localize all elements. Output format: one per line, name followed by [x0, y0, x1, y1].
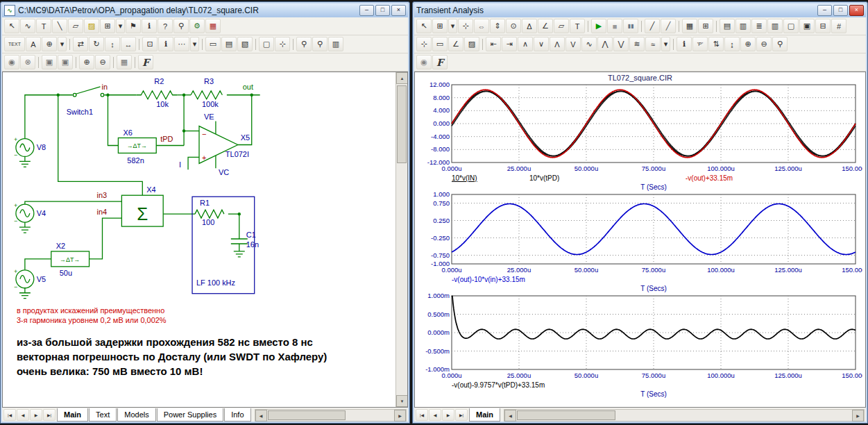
vertical-scrollbar[interactable]: ▲ ▼ [395, 72, 407, 407]
restore-button[interactable]: □ [833, 5, 848, 16]
v-scroll-thumb[interactable] [397, 85, 407, 163]
v5-label[interactable]: V5 [37, 275, 46, 283]
scroll-left-icon[interactable]: ◀ [504, 410, 516, 422]
probe-label-icon[interactable]: 'P' [692, 37, 708, 51]
clip-mode-icon[interactable]: ▧ [237, 37, 253, 51]
tab-power-supplies[interactable]: Power Supplies [157, 408, 223, 422]
pan-icon[interactable]: ⊹ [275, 37, 290, 51]
tag-point-icon[interactable]: ⊙ [506, 19, 521, 33]
plot-client-area[interactable]: TL072_square.CIR12.0008.0004.0000.000-4.… [414, 72, 866, 408]
restore-button[interactable]: □ [375, 5, 390, 16]
legend-expression[interactable]: -v(out)-10*v(in)+33.15m [452, 276, 525, 283]
abort-icon[interactable]: ⊗ [20, 55, 35, 69]
tab-prev-icon[interactable]: ◀ [429, 409, 441, 421]
tab-models[interactable]: Models [117, 408, 155, 422]
copy-page-icon[interactable]: ▣ [58, 55, 73, 69]
x5-label[interactable]: X5 [241, 134, 250, 142]
low-icon[interactable]: V [565, 37, 581, 51]
legend-expression[interactable]: 10*v(IN) [452, 174, 477, 182]
scale-tool-icon[interactable]: ∠ [448, 37, 463, 51]
select-mode-icon[interactable]: ↖ [416, 19, 432, 33]
mirror-icon[interactable]: ⇄ [73, 37, 88, 51]
flag-mode-icon[interactable]: ⚑ [126, 19, 141, 33]
annotation-bold-line1[interactable]: из-за большой задержки прохождения 582 н… [17, 336, 313, 348]
font-icon[interactable]: F [432, 55, 448, 69]
source-v8[interactable] [16, 139, 34, 157]
add-trace-icon[interactable]: ╱ [661, 19, 676, 33]
zoom-region-icon[interactable]: ▭ [432, 37, 448, 51]
tab-first-icon[interactable]: |◀ [416, 409, 428, 421]
scroll-right-icon[interactable]: ▶ [852, 410, 864, 422]
peak-icon[interactable]: ∧ [518, 37, 533, 51]
node-in-label[interactable]: in [101, 83, 108, 91]
v4-label[interactable]: V4 [37, 209, 46, 217]
info-icon[interactable]: ℹ [158, 37, 173, 51]
minimize-button[interactable]: – [817, 5, 832, 16]
node-in3-label[interactable]: in3 [97, 191, 108, 199]
tab-prev-icon[interactable]: ◀ [17, 409, 29, 421]
panel-stack-icon[interactable]: ▤ [720, 19, 735, 33]
summer-x4[interactable]: Σ [121, 195, 163, 226]
annotation-red-line1[interactable]: в продуктах искажений преимущественно [17, 306, 164, 315]
x2-label[interactable]: X2 [56, 242, 65, 250]
normalize-icon[interactable]: ↨ [724, 37, 740, 51]
flip-vertical-icon[interactable]: ↕ [105, 37, 120, 51]
node-tpd-label[interactable]: tPD [160, 135, 173, 144]
panel-blank-icon[interactable]: ▢ [783, 19, 799, 33]
wire[interactable] [25, 259, 51, 270]
h-scroll-track[interactable] [516, 410, 852, 421]
panel-horizontal-icon[interactable]: ▥ [735, 19, 751, 33]
legend-expression[interactable]: -v(out)-9.9757*v(tPD)+33.15m [452, 381, 545, 389]
scroll-down-icon[interactable]: ▼ [396, 395, 408, 407]
stop-icon[interactable]: ■ [607, 19, 622, 33]
inflection-icon[interactable]: ∿ [581, 37, 597, 51]
source-v5[interactable] [16, 270, 34, 288]
c1-value[interactable]: 16n [246, 240, 259, 249]
text-tool-icon[interactable]: T [570, 19, 585, 33]
switch1-label[interactable]: Switch1 [67, 108, 93, 116]
r2-value[interactable]: 10k [156, 100, 169, 108]
line-mode-icon[interactable]: ╲ [52, 19, 67, 33]
component-mode-icon[interactable]: ⊞ [100, 19, 115, 33]
find-icon[interactable]: ⚲ [296, 37, 312, 51]
tab-info[interactable]: Info [224, 408, 250, 422]
mode-dropdown-icon[interactable]: ▾ [58, 37, 67, 51]
text-mode-icon[interactable]: T [36, 19, 51, 33]
wire[interactable] [108, 95, 118, 146]
analysis-window-icon[interactable]: ▦ [205, 19, 221, 33]
v-scroll-track[interactable] [396, 84, 407, 395]
grid-multi-icon[interactable]: ⊞ [698, 19, 713, 33]
r3-value[interactable]: 100k [202, 100, 219, 108]
r1-label[interactable]: R1 [200, 199, 210, 207]
c1-label[interactable]: C1 [246, 231, 256, 239]
close-button[interactable]: × [391, 5, 406, 16]
legend-expression[interactable]: -v(out)+33.15m [686, 174, 733, 182]
pause-icon[interactable]: ▮▮ [623, 19, 638, 33]
global-high-icon[interactable]: ⋀ [597, 37, 613, 51]
axes-icon[interactable]: # [831, 19, 846, 33]
horizontal-scrollbar[interactable]: ◀ ▶ [255, 409, 407, 422]
schematic[interactable]: + − + − + − →ΔT→ →ΔT→ [3, 72, 395, 408]
grid-single-icon[interactable]: ▦ [682, 19, 697, 33]
grid-dots-icon[interactable]: ⋯ [174, 37, 189, 51]
page-setup-icon[interactable]: ▦ [117, 55, 132, 69]
h-scroll-thumb[interactable] [268, 410, 346, 420]
panel-list-icon[interactable]: ≣ [751, 19, 767, 33]
tab-next-icon[interactable]: ▶ [442, 409, 454, 421]
tab-last-icon[interactable]: ▶| [43, 409, 56, 421]
scroll-left-icon[interactable]: ◀ [255, 410, 267, 422]
animate-dropdown-icon[interactable]: ▾ [661, 37, 670, 51]
h-scroll-track[interactable] [267, 410, 394, 421]
state-variables-icon[interactable]: ◉ [416, 55, 432, 69]
graphics-mode-icon[interactable]: ▱ [68, 19, 83, 33]
cursor-left-icon[interactable]: ⇤ [486, 37, 501, 51]
source-v4[interactable] [16, 204, 34, 222]
x6-value[interactable]: 582n [127, 156, 144, 165]
x2-value[interactable]: 50u [60, 269, 72, 277]
help-mode-icon[interactable]: ? [158, 19, 173, 33]
envelope-icon[interactable]: ≋ [629, 37, 645, 51]
wire[interactable] [188, 157, 199, 169]
align-cursors-icon[interactable]: ⇅ [708, 37, 724, 51]
angle-tool-icon[interactable]: ∠ [538, 19, 553, 33]
schematic-canvas[interactable]: + − + − + − →ΔT→ →ΔT→ [2, 72, 408, 408]
